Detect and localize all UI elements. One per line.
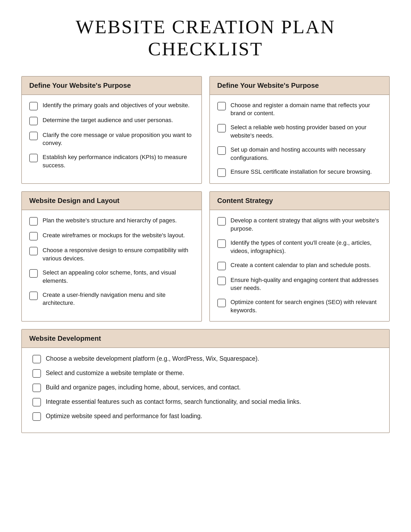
checkbox[interactable]	[217, 124, 226, 132]
checkbox[interactable]	[29, 132, 38, 140]
section-development: Website Development Choose a website dev…	[21, 329, 390, 433]
checkbox[interactable]	[29, 217, 38, 226]
section-body-purpose-right: Choose and register a domain name that r…	[210, 95, 389, 184]
checkbox[interactable]	[217, 299, 226, 307]
list-item: Identify the primary goals and objective…	[29, 101, 194, 110]
list-item: Set up domain and hosting accounts with …	[217, 146, 382, 162]
list-item: Optimize website speed and performance f…	[32, 412, 379, 421]
checkbox[interactable]	[29, 154, 38, 162]
checkbox[interactable]	[29, 102, 38, 110]
section-content-strategy: Content Strategy Develop a content strat…	[209, 191, 390, 321]
checkbox[interactable]	[32, 355, 41, 363]
checkbox[interactable]	[217, 146, 226, 155]
checkbox[interactable]	[217, 277, 226, 285]
checkbox[interactable]	[29, 232, 38, 240]
section-header-purpose-left: Define Your Website's Purpose	[22, 77, 201, 95]
list-item: Build and organize pages, including home…	[32, 383, 379, 392]
list-item: Clarify the core message or value propos…	[29, 131, 194, 148]
list-item: Choose a website development platform (e…	[32, 354, 379, 363]
section-header-content: Content Strategy	[210, 192, 389, 210]
section-header-development: Website Development	[22, 330, 389, 348]
checkbox[interactable]	[217, 239, 226, 248]
list-item: Create a user-friendly navigation menu a…	[29, 291, 194, 307]
list-item: Select a reliable web hosting provider b…	[217, 123, 382, 140]
checkbox[interactable]	[32, 369, 41, 378]
list-item: Ensure SSL certificate installation for …	[217, 168, 382, 177]
list-item: Plan the website's structure and hierarc…	[29, 217, 194, 226]
checkbox[interactable]	[217, 168, 226, 177]
mid-row: Website Design and Layout Plan the websi…	[21, 191, 390, 321]
checkbox[interactable]	[29, 117, 38, 125]
list-item: Choose a responsive design to ensure com…	[29, 246, 194, 263]
list-item: Select an appealing color scheme, fonts,…	[29, 269, 194, 285]
section-body-purpose-left: Identify the primary goals and objective…	[22, 95, 201, 176]
section-design-layout: Website Design and Layout Plan the websi…	[21, 191, 202, 321]
list-item: Identify the types of content you'll cre…	[217, 239, 382, 255]
checkbox[interactable]	[29, 247, 38, 255]
checkbox[interactable]	[217, 262, 226, 270]
top-row: Define Your Website's Purpose Identify t…	[21, 76, 390, 184]
list-item: Create wireframes or mockups for the web…	[29, 231, 194, 240]
section-define-purpose-right: Define Your Website's Purpose Choose and…	[209, 76, 390, 184]
checkbox[interactable]	[32, 384, 41, 392]
section-header-design: Website Design and Layout	[22, 192, 201, 210]
list-item: Establish key performance indicators (KP…	[29, 153, 194, 170]
list-item: Choose and register a domain name that r…	[217, 101, 382, 118]
list-item: Integrate essential features such as con…	[32, 397, 379, 406]
checkbox[interactable]	[32, 412, 41, 421]
section-body-content: Develop a content strategy that aligns w…	[210, 210, 389, 321]
list-item: Determine the target audience and user p…	[29, 116, 194, 125]
checkbox[interactable]	[29, 269, 38, 278]
list-item: Optimize content for search engines (SEO…	[217, 298, 382, 315]
section-body-design: Plan the website's structure and hierarc…	[22, 210, 201, 314]
section-define-purpose-left: Define Your Website's Purpose Identify t…	[21, 76, 202, 184]
list-item: Develop a content strategy that aligns w…	[217, 217, 382, 233]
section-header-purpose-right: Define Your Website's Purpose	[210, 77, 389, 95]
section-body-development: Choose a website development platform (e…	[22, 348, 389, 433]
page-title: WEBSITE CREATION PLAN CHECKLIST	[21, 16, 390, 60]
checkbox[interactable]	[217, 102, 226, 110]
list-item: Create a content calendar to plan and sc…	[217, 261, 382, 270]
checkbox[interactable]	[217, 217, 226, 226]
checkbox[interactable]	[29, 292, 38, 300]
list-item: Select and customize a website template …	[32, 369, 379, 378]
checkbox[interactable]	[32, 398, 41, 406]
list-item: Ensure high-quality and engaging content…	[217, 276, 382, 293]
